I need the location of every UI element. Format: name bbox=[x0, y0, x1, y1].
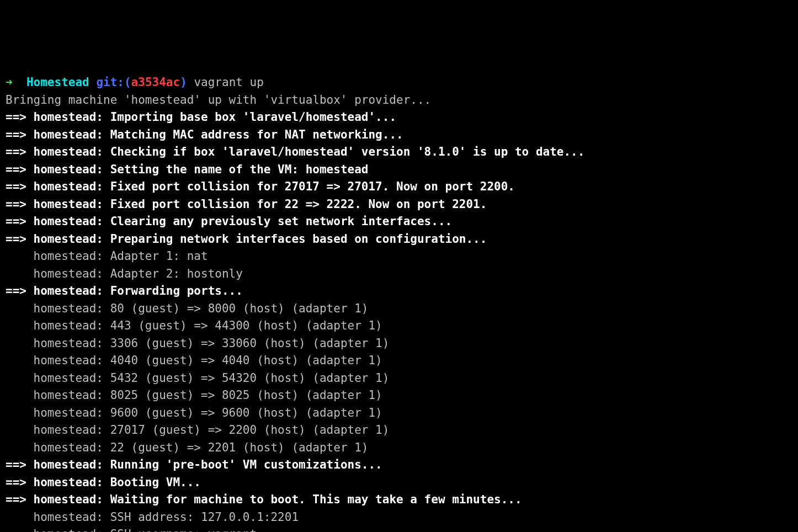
output-text: Fixed port collision for 27017 => 27017.… bbox=[110, 180, 515, 193]
output-text: 27017 (guest) => 2200 (host) (adapter 1) bbox=[110, 423, 390, 437]
output-line: homestead: Adapter 2: hostonly bbox=[6, 265, 792, 283]
machine-label: homestead: bbox=[34, 110, 110, 124]
output-text: 443 (guest) => 44300 (host) (adapter 1) bbox=[110, 319, 382, 332]
machine-label: homestead: bbox=[34, 163, 110, 176]
output-text: Matching MAC address for NAT networking.… bbox=[110, 128, 403, 141]
arrow-prefix-icon: ==> bbox=[6, 476, 34, 489]
output-text: Running 'pre-boot' VM customizations... bbox=[110, 458, 382, 471]
arrow-prefix-icon: ==> bbox=[6, 110, 34, 124]
output-line: ==> homestead: Clearing any previously s… bbox=[6, 213, 792, 231]
git-ref: a3534ac bbox=[131, 76, 180, 89]
output-text: 22 (guest) => 2201 (host) (adapter 1) bbox=[110, 441, 369, 454]
output-line: ==> homestead: Preparing network interfa… bbox=[6, 231, 792, 248]
output-text: Preparing network interfaces based on co… bbox=[110, 232, 487, 246]
machine-label: homestead: bbox=[34, 528, 110, 532]
machine-label: homestead: bbox=[34, 319, 110, 332]
machine-label: homestead: bbox=[34, 493, 110, 506]
machine-label: homestead: bbox=[34, 128, 110, 141]
machine-label: homestead: bbox=[34, 302, 110, 315]
machine-label: homestead: bbox=[34, 371, 110, 385]
machine-label: homestead: bbox=[34, 423, 110, 437]
command-text: vagrant up bbox=[194, 76, 263, 89]
output-line: homestead: 80 (guest) => 8000 (host) (ad… bbox=[6, 300, 792, 318]
arrow-prefix-icon: ==> bbox=[6, 128, 34, 141]
output-line: ==> homestead: Waiting for machine to bo… bbox=[6, 491, 792, 509]
output-text: Checking if box 'laravel/homestead' vers… bbox=[110, 145, 585, 158]
machine-label: homestead: bbox=[34, 354, 110, 367]
output-line: Bringing machine 'homestead' up with 'vi… bbox=[6, 92, 792, 109]
output-line: ==> homestead: Fixed port collision for … bbox=[6, 178, 792, 196]
output-text: Bringing machine 'homestead' up with 'vi… bbox=[6, 93, 431, 107]
prompt-dir: Homestead bbox=[26, 76, 89, 89]
machine-label: homestead: bbox=[34, 441, 110, 454]
output-text: Booting VM... bbox=[110, 476, 201, 489]
output-text: 4040 (guest) => 4040 (host) (adapter 1) bbox=[110, 354, 382, 367]
output-text: Waiting for machine to boot. This may ta… bbox=[110, 493, 522, 506]
output-text: 9600 (guest) => 9600 (host) (adapter 1) bbox=[110, 406, 382, 419]
output-line: homestead: 9600 (guest) => 9600 (host) (… bbox=[6, 405, 792, 422]
output-line: ==> homestead: Forwarding ports... bbox=[6, 283, 792, 300]
output-line: homestead: 5432 (guest) => 54320 (host) … bbox=[6, 370, 792, 387]
prompt-line: ➜ Homestead git:(a3534ac) vagrant up bbox=[6, 74, 792, 92]
arrow-prefix-icon: ==> bbox=[6, 163, 34, 176]
arrow-prefix-icon: ==> bbox=[6, 198, 34, 211]
output-line: homestead: 4040 (guest) => 4040 (host) (… bbox=[6, 352, 792, 370]
output-text: 8025 (guest) => 8025 (host) (adapter 1) bbox=[110, 389, 382, 402]
machine-label: homestead: bbox=[34, 267, 110, 280]
git-close: ) bbox=[180, 76, 187, 89]
output-text: 80 (guest) => 8000 (host) (adapter 1) bbox=[110, 302, 369, 315]
output-line: homestead: 22 (guest) => 2201 (host) (ad… bbox=[6, 439, 792, 457]
machine-label: homestead: bbox=[34, 180, 110, 193]
output-line: ==> homestead: Booting VM... bbox=[6, 474, 792, 492]
output-text: SSH address: 127.0.0.1:2201 bbox=[110, 510, 299, 524]
output-line: ==> homestead: Checking if box 'laravel/… bbox=[6, 143, 792, 161]
machine-label: homestead: bbox=[34, 406, 110, 419]
machine-label: homestead: bbox=[34, 458, 110, 471]
arrow-prefix-icon: ==> bbox=[6, 493, 34, 506]
prompt-arrow-icon: ➜ bbox=[6, 76, 26, 89]
output-line: homestead: 3306 (guest) => 33060 (host) … bbox=[6, 335, 792, 353]
output-text: Importing base box 'laravel/homestead'..… bbox=[110, 110, 396, 124]
machine-label: homestead: bbox=[34, 284, 110, 297]
output-line: ==> homestead: Setting the name of the V… bbox=[6, 161, 792, 179]
terminal-output[interactable]: ➜ Homestead git:(a3534ac) vagrant upBrin… bbox=[6, 74, 792, 532]
arrow-prefix-icon: ==> bbox=[6, 145, 34, 158]
arrow-prefix-icon: ==> bbox=[6, 180, 34, 193]
output-text: 5432 (guest) => 54320 (host) (adapter 1) bbox=[110, 371, 390, 385]
machine-label: homestead: bbox=[34, 389, 110, 402]
output-line: ==> homestead: Importing base box 'larav… bbox=[6, 109, 792, 126]
machine-label: homestead: bbox=[34, 145, 110, 158]
output-line: homestead: Adapter 1: nat bbox=[6, 248, 792, 265]
output-text: SSH username: vagrant bbox=[110, 528, 257, 532]
output-line: ==> homestead: Matching MAC address for … bbox=[6, 126, 792, 144]
output-text: Forwarding ports... bbox=[110, 284, 243, 297]
output-line: homestead: 443 (guest) => 44300 (host) (… bbox=[6, 317, 792, 335]
output-line: homestead: SSH address: 127.0.0.1:2201 bbox=[6, 509, 792, 526]
output-text: Fixed port collision for 22 => 2222. Now… bbox=[110, 198, 487, 211]
output-text: Adapter 2: hostonly bbox=[110, 267, 243, 280]
arrow-prefix-icon: ==> bbox=[6, 458, 34, 471]
output-text: 3306 (guest) => 33060 (host) (adapter 1) bbox=[110, 337, 390, 350]
output-text: Setting the name of the VM: homestead bbox=[110, 163, 369, 176]
arrow-prefix-icon: ==> bbox=[6, 215, 34, 228]
output-line: ==> homestead: Fixed port collision for … bbox=[6, 196, 792, 214]
output-line: homestead: 8025 (guest) => 8025 (host) (… bbox=[6, 387, 792, 405]
machine-label: homestead: bbox=[34, 476, 110, 489]
arrow-prefix-icon: ==> bbox=[6, 232, 34, 246]
arrow-prefix-icon: ==> bbox=[6, 284, 34, 297]
output-line: homestead: 27017 (guest) => 2200 (host) … bbox=[6, 422, 792, 439]
output-line: ==> homestead: Running 'pre-boot' VM cus… bbox=[6, 456, 792, 474]
output-text: Clearing any previously set network inte… bbox=[110, 215, 453, 228]
output-text: Adapter 1: nat bbox=[110, 249, 208, 263]
machine-label: homestead: bbox=[34, 337, 110, 350]
machine-label: homestead: bbox=[34, 510, 110, 524]
machine-label: homestead: bbox=[34, 198, 110, 211]
machine-label: homestead: bbox=[34, 249, 110, 263]
machine-label: homestead: bbox=[34, 232, 110, 246]
output-line: homestead: SSH username: vagrant bbox=[6, 526, 792, 532]
machine-label: homestead: bbox=[34, 215, 110, 228]
git-label: git:( bbox=[96, 76, 131, 89]
